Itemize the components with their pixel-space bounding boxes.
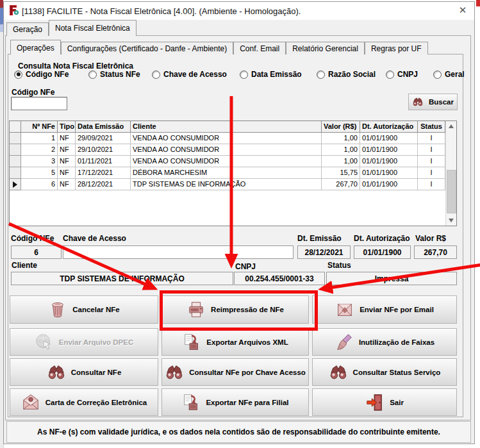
cell-status: I — [418, 144, 445, 156]
radio-label: Data Emissão — [251, 70, 302, 79]
detail-cnpj-label: CNPJ — [235, 262, 256, 271]
detail-cliente-label: Cliente — [12, 261, 37, 270]
table-row[interactable]: 3 NF 01/11/2021 VENDA AO CONSUMIDOR 1,00… — [10, 156, 456, 167]
table-header[interactable]: Cliente — [131, 121, 322, 133]
button-label: Consultar NFe — [71, 369, 122, 376]
envelope-icon — [335, 300, 354, 319]
table-header[interactable]: Valor (R$) — [322, 121, 360, 133]
scroll-up-button[interactable] — [446, 121, 456, 131]
cell-tipo: NF — [58, 156, 76, 167]
table-row[interactable]: 5 NF 17/12/2021 DÉBORA MARCHESIM 15,75 0… — [10, 167, 456, 179]
table-row[interactable]: 2 NF 29/10/2021 VENDA AO CONSUMIDOR 1,00… — [10, 144, 456, 156]
sair-button[interactable]: Sair — [312, 388, 457, 416]
row-selector[interactable] — [10, 156, 21, 167]
table-row-current[interactable]: 6 NF 28/12/2021 TDP SISTEMAS DE INFORMAÇ… — [10, 179, 456, 190]
export-doc-icon — [181, 393, 201, 412]
cell-emissao: 29/09/2021 — [76, 133, 131, 144]
button-label: Exportar NFe para Filial — [206, 399, 288, 406]
table-header[interactable]: Tipo — [58, 121, 76, 133]
exit-door-icon — [365, 393, 385, 412]
subtab-relatorio-gerencial[interactable]: Relatório Gerencial — [286, 42, 365, 54]
table-header[interactable]: Status — [418, 121, 445, 133]
cell-emissao: 28/12/2021 — [76, 179, 131, 190]
radio-icon — [88, 71, 97, 79]
radio-status-nfe[interactable]: Status NFe — [88, 70, 140, 79]
detail-cnpj-value: 00.254.455/0001-33 — [234, 272, 325, 285]
table-scrollbar[interactable] — [445, 121, 456, 226]
detail-autorizacao-value: 01/01/1900 — [354, 245, 411, 259]
cell-nfe: 3 — [21, 156, 58, 167]
subtab-label: Operações — [17, 44, 54, 53]
button-label: Carta de Correção Eletrônica — [46, 399, 147, 406]
table-header[interactable]: Dt. Autorização — [360, 121, 418, 133]
detail-status-label: Status — [327, 261, 351, 270]
tab-geracao[interactable]: Geração — [6, 22, 49, 36]
trash-icon — [48, 300, 67, 319]
globe-cursor-icon — [35, 333, 54, 352]
scrollbar-thumb[interactable] — [447, 170, 456, 213]
table-header-selector — [10, 121, 21, 133]
inutilizacao-de-faixas-button[interactable]: Inutilização de Faixas — [312, 328, 457, 356]
scroll-down-button[interactable] — [446, 215, 456, 226]
table-row[interactable]: 1 NF 29/09/2021 VENDA AO CONSUMIDOR 1,00… — [10, 133, 456, 144]
table-header-row: Nº NFe Tipo Data Emissão Cliente Valor (… — [10, 121, 456, 133]
radio-codigo-nfe[interactable]: Código NFe — [14, 70, 69, 79]
button-label: Inutilização de Faixas — [359, 338, 434, 346]
subtab-configuracoes[interactable]: Configurações (Certificado - Danfe - Amb… — [61, 42, 233, 54]
consultar-nfe-button[interactable]: Consultar NFe — [10, 358, 158, 386]
cell-autorizacao: 01/01/1900 — [360, 156, 418, 167]
radio-geral[interactable]: Geral — [433, 70, 465, 79]
radio-data-emissao[interactable]: Data Emissão — [240, 70, 302, 79]
cell-nfe: 5 — [21, 167, 58, 179]
row-selector[interactable] — [10, 144, 21, 156]
radio-icon — [386, 71, 394, 79]
consulta-group-title: Consulta Nota Fiscal Eletrônica — [15, 62, 136, 71]
cell-nfe: 2 — [21, 144, 58, 156]
radio-cnpj[interactable]: CNPJ — [386, 70, 418, 79]
radio-razao-social[interactable]: Razão Social — [317, 70, 376, 79]
binoculars-icon — [47, 363, 66, 382]
detail-status-value: Impressa — [326, 272, 457, 285]
carta-correcao-eletronica-button[interactable]: Carta de Correção Eletrônica — [10, 388, 158, 416]
radio-icon — [317, 71, 325, 79]
export-xml-icon — [182, 333, 201, 352]
subtab-conf-email[interactable]: Conf. Email — [233, 42, 286, 54]
cell-status: I — [418, 167, 445, 179]
cell-tipo: NF — [58, 167, 76, 179]
subtab-label: Regras por UF — [371, 44, 422, 53]
subtab-operacoes[interactable]: Operações — [10, 40, 61, 54]
radio-icon — [433, 71, 442, 79]
consultar-status-servico-button[interactable]: Consultar Status Serviço — [312, 358, 457, 386]
button-label: Exportar Arquivos XML — [206, 338, 288, 346]
tab-nota-fiscal-eletronica[interactable]: Nota Fiscal Eletrônica — [49, 20, 137, 36]
exportar-nfe-filial-button[interactable]: Exportar NFe para Filial — [161, 388, 309, 416]
scroll-down-icon — [449, 219, 454, 222]
subtab-label: Configurações (Certificado - Danfe - Amb… — [67, 44, 227, 53]
close-icon[interactable]: ✕ — [453, 3, 472, 18]
table-header[interactable]: Nº NFe — [21, 121, 58, 133]
cancelar-nfe-button[interactable]: Cancelar NFe — [10, 295, 158, 324]
consultar-nfe-chave-acesso-button[interactable]: Consultar NFe por Chave Acesso — [161, 358, 309, 386]
subtab-regras-por-uf[interactable]: Regras por UF — [365, 42, 428, 54]
cell-valor: 1,00 — [322, 133, 360, 144]
app-logo-icon — [8, 4, 19, 15]
enviar-nfe-email-button[interactable]: Enviar NFe por Email — [312, 295, 457, 324]
cell-cliente: DÉBORA MARCHESIM — [131, 167, 322, 179]
row-selector[interactable] — [10, 133, 21, 144]
radio-chave-de-acesso[interactable]: Chave de Acesso — [152, 70, 227, 79]
cell-valor: 15,75 — [322, 167, 360, 179]
row-selector[interactable] — [10, 167, 21, 179]
cell-valor: 267,70 — [322, 179, 360, 190]
detail-autorizacao-label: Dt. Autorização — [354, 234, 410, 243]
buscar-button[interactable]: Buscar — [408, 94, 458, 110]
codigo-nfe-search-input[interactable] — [11, 97, 67, 110]
exportar-arquivos-xml-button[interactable]: Exportar Arquivos XML — [161, 328, 309, 356]
row-selector[interactable] — [10, 179, 21, 190]
open-envelope-icon — [21, 393, 40, 412]
annotation-highlight-box — [160, 290, 318, 331]
radio-icon — [14, 71, 22, 79]
tab-label: Geração — [13, 25, 42, 34]
cell-cliente: VENDA AO CONSUMIDOR — [131, 144, 322, 156]
table-header[interactable]: Data Emissão — [76, 121, 131, 133]
nfe-table: Nº NFe Tipo Data Emissão Cliente Valor (… — [9, 120, 457, 226]
